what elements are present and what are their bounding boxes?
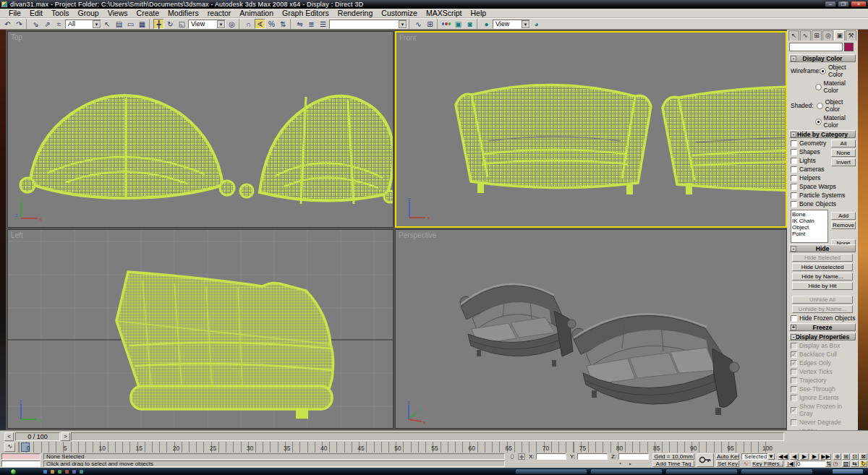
go-to-end-button[interactable]: ▶▶ — [820, 453, 831, 460]
new-key-curve-icon[interactable]: ∿ — [741, 461, 750, 467]
front-viewport-canvas[interactable] — [396, 33, 786, 226]
start-button[interactable] — [10, 468, 17, 475]
unlink-selection-icon[interactable]: ⇗ — [42, 19, 53, 29]
list-item[interactable]: Bone — [792, 211, 827, 218]
window-crossing-icon[interactable]: ▦ — [137, 19, 148, 29]
selection-lock-icon[interactable]: ⬯ — [509, 453, 516, 460]
rollout-header[interactable]: - Hide — [789, 244, 856, 252]
named-selection-dropdown[interactable]: ▼ — [329, 20, 407, 29]
key-filters-button[interactable]: Key Filters... — [752, 461, 783, 467]
spinner-snap-icon[interactable]: ⇅ — [278, 19, 289, 29]
tab-utilities-icon[interactable]: ⚒ — [846, 30, 856, 40]
key-mode-toggle[interactable]: |◀ — [786, 461, 795, 467]
schematic-view-icon[interactable]: ⊞ — [425, 19, 435, 29]
quick-render-icon[interactable]: ● — [481, 19, 492, 29]
shapes-checkbox[interactable] — [791, 149, 797, 155]
curve-editor-icon[interactable]: ∿ — [413, 19, 424, 29]
list-item[interactable]: Point — [792, 231, 827, 237]
region-zoom-icon[interactable]: ▧ — [842, 461, 850, 467]
wireframe-material-color-radio[interactable] — [815, 84, 822, 90]
collapse-icon[interactable]: - — [791, 334, 796, 340]
layer-manager-icon[interactable]: ☰ — [318, 19, 328, 29]
tab-motion-icon[interactable]: ◎ — [822, 30, 833, 40]
current-frame-input[interactable] — [796, 461, 825, 467]
viewport-perspective[interactable]: Perspective — [395, 229, 787, 429]
render-dialog-icon[interactable]: ◙ — [464, 19, 475, 29]
helpers-checkbox[interactable] — [791, 175, 797, 181]
menu-file[interactable]: File — [4, 9, 25, 18]
snap-toggle-icon[interactable]: ∩ — [243, 19, 254, 29]
select-by-name-icon[interactable]: ▤ — [114, 19, 124, 29]
chevron-down-icon[interactable]: ▼ — [217, 20, 225, 28]
perspective-viewport-canvas[interactable] — [396, 230, 786, 428]
geometry-checkbox[interactable] — [791, 140, 797, 147]
hide-unselected-button[interactable]: Hide Unselected — [792, 263, 853, 271]
viewport-left[interactable]: Left — [7, 229, 393, 429]
shaded-object-color-radio[interactable] — [817, 103, 823, 109]
chevron-down-icon[interactable]: ▼ — [767, 453, 775, 460]
maxscript-listener-pink[interactable] — [1, 453, 41, 460]
wireframe-object-color-radio[interactable] — [820, 68, 826, 74]
align-icon[interactable]: ≣ — [306, 19, 317, 29]
redo-icon[interactable]: ↷ — [14, 19, 25, 29]
add-time-tag-button[interactable]: Add Time Tag — [652, 461, 694, 467]
select-and-rotate-icon[interactable]: ↻ — [165, 19, 176, 29]
collapse-icon[interactable]: - — [791, 56, 796, 61]
left-viewport-canvas[interactable] — [8, 230, 393, 429]
auto-key-button[interactable]: Auto Key — [716, 453, 739, 460]
hide-by-name-button[interactable]: Hide by Name... — [792, 273, 853, 281]
object-name-input[interactable] — [789, 43, 843, 51]
arc-rotate-icon[interactable]: ↻ — [859, 461, 867, 467]
hide-category-invert-button[interactable]: Invert — [831, 158, 856, 166]
menu-rendering[interactable]: Rendering — [333, 9, 377, 18]
time-slider-handle[interactable]: 0 / 100 — [15, 432, 60, 441]
time-configuration-icon[interactable]: ◷ — [832, 461, 839, 467]
hide-by-hit-button[interactable]: Hide by Hit — [792, 282, 853, 290]
reference-coordinate-dropdown[interactable]: View ▼ — [188, 20, 226, 29]
menu-maxscript[interactable]: MAXScript — [422, 9, 467, 18]
tab-modify-icon[interactable]: ∿ — [800, 30, 811, 40]
menu-graph-editors[interactable]: Graph Editors — [278, 9, 333, 18]
restore-button[interactable]: ❐ — [838, 1, 849, 7]
category-remove-button[interactable]: Remove — [831, 221, 856, 229]
quick-launch-icon[interactable] — [51, 470, 54, 474]
menu-help[interactable]: Help — [467, 9, 491, 18]
zoom-icon[interactable]: ⊕ — [833, 453, 841, 460]
category-add-button[interactable]: Add — [831, 212, 856, 220]
viewport-top[interactable]: Top — [7, 31, 393, 228]
object-color-swatch[interactable] — [844, 43, 854, 51]
tab-create-icon[interactable]: ↖ — [788, 30, 799, 40]
title-bar[interactable]: divan31.max - Project Folder: C:\Users\S… — [0, 0, 868, 9]
select-and-move-icon[interactable]: ╋ — [153, 19, 164, 29]
next-frame-button[interactable]: ▶ — [810, 453, 819, 460]
hide-category-none-button[interactable]: None — [831, 149, 856, 157]
hide-category-all-button[interactable]: All — [831, 140, 856, 147]
tab-display-icon[interactable]: ▣ — [834, 30, 845, 40]
zoom-extents-icon[interactable]: ⊡ — [851, 453, 859, 460]
quick-launch-icon[interactable] — [43, 470, 47, 474]
menu-animation[interactable]: Animation — [235, 9, 278, 18]
frame-spinner[interactable]: ⇅ — [825, 461, 831, 467]
go-to-start-button[interactable]: ◀◀ — [778, 453, 788, 460]
expand-icon[interactable]: + — [791, 325, 796, 330]
menu-views[interactable]: Views — [103, 9, 132, 18]
angle-snap-icon[interactable]: ∢ — [255, 19, 265, 29]
collapse-icon[interactable]: - — [791, 132, 796, 137]
quick-launch-icon[interactable] — [58, 470, 61, 474]
menu-group[interactable]: Group — [74, 9, 103, 18]
viewport-front-active[interactable]: Front — [395, 31, 787, 228]
render-view-dropdown[interactable]: View ▼ — [493, 20, 530, 29]
space-warps-checkbox[interactable] — [791, 184, 797, 190]
rectangular-region-icon[interactable]: ▭ — [125, 19, 136, 29]
quick-launch-icon[interactable] — [65, 470, 69, 474]
select-and-scale-icon[interactable]: ◱ — [176, 19, 187, 29]
previous-frame-arrow[interactable]: < — [4, 432, 14, 441]
mini-curve-editor-button[interactable]: ∿ — [4, 442, 15, 452]
quick-launch-icon[interactable] — [80, 470, 83, 474]
track-bar-ruler[interactable]: 0510152025303540455055606570758085909510… — [18, 442, 768, 453]
rollout-header[interactable]: - Display Color — [789, 54, 856, 62]
z-coordinate-input[interactable] — [618, 453, 649, 460]
maxscript-listener-white[interactable] — [1, 461, 41, 467]
set-key-button[interactable]: Set Key — [716, 461, 739, 467]
use-pivot-point-icon[interactable]: ◎ — [226, 19, 237, 29]
